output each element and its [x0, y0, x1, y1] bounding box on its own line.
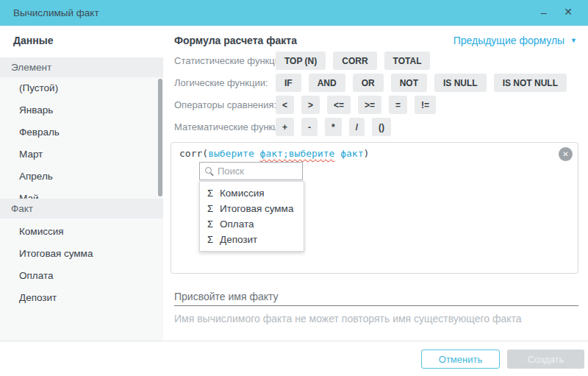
- op-button-gte[interactable]: >=: [358, 96, 381, 114]
- fn-button-topn[interactable]: TOP (N): [276, 52, 326, 70]
- list-item[interactable]: Апрель: [0, 166, 163, 188]
- dropdown-item[interactable]: Σ Итоговая сумма: [200, 201, 304, 216]
- search-input[interactable]: [218, 163, 300, 179]
- formula-prefix: corr(: [179, 148, 208, 159]
- list-item[interactable]: Февраль: [0, 121, 163, 143]
- section-header-fact: Факт: [0, 199, 163, 219]
- cancel-button[interactable]: Отменить: [421, 350, 500, 369]
- formula-suffix: ): [363, 148, 369, 159]
- formula-arg[interactable]: выберите: [208, 148, 259, 159]
- row-label: Операторы сравнения:: [174, 96, 276, 115]
- element-list: (Пустой) Январь Февраль Март Апрель Май: [0, 77, 163, 199]
- sigma-icon: Σ: [207, 234, 220, 245]
- fn-button-isnotnull[interactable]: IS NOT NULL: [494, 74, 567, 92]
- sidebar-scrollbar[interactable]: [158, 79, 162, 196]
- dropdown-item-label: Депозит: [220, 234, 257, 245]
- op-button-lte[interactable]: <=: [327, 96, 351, 114]
- list-item[interactable]: (Пустой): [0, 77, 163, 99]
- formula-editor[interactable]: corr(выберите факт;выберите факт) ✕ Σ Ко…: [171, 142, 578, 274]
- list-item[interactable]: Комиссия: [0, 221, 163, 243]
- sigma-icon: Σ: [207, 219, 220, 230]
- sigma-icon: Σ: [207, 188, 220, 199]
- dropdown-item[interactable]: Σ Комиссия: [200, 185, 304, 201]
- math-button-parens[interactable]: (): [372, 118, 391, 136]
- op-button-eq[interactable]: =: [389, 96, 407, 114]
- row-math-functions: Математические функции: + - * / (): [174, 118, 578, 137]
- previous-formulas-link[interactable]: Предыдущие формулы ▼: [453, 35, 577, 46]
- fn-button-or[interactable]: OR: [353, 74, 384, 92]
- list-item[interactable]: Март: [0, 143, 163, 166]
- formula-text[interactable]: corr(выберите факт;выберите факт): [179, 148, 369, 159]
- dialog-window: Вычислимый факт – ✕ Данные Элемент (Пуст…: [0, 0, 588, 376]
- list-item[interactable]: Оплата: [0, 265, 163, 287]
- fn-button-total[interactable]: TOTAL: [384, 52, 431, 70]
- fact-name-hint: Имя вычислимого факта не может повторять…: [174, 313, 522, 324]
- fact-name-input[interactable]: [174, 287, 578, 306]
- row-statistical-functions: Статистические функции: TOP (N) CORR TOT…: [174, 52, 578, 71]
- op-button-neq[interactable]: !=: [415, 96, 436, 114]
- list-item[interactable]: Январь: [0, 99, 163, 121]
- list-item[interactable]: Итоговая сумма: [0, 243, 163, 265]
- row-label: Логические функции:: [174, 74, 268, 93]
- list-item[interactable]: Май: [0, 188, 163, 199]
- fact-dropdown: Σ Комиссия Σ Итоговая сумма Σ Оплата Σ Д…: [199, 181, 304, 252]
- dropdown-item-label: Оплата: [220, 219, 254, 230]
- dropdown-item-label: Комиссия: [220, 188, 265, 199]
- close-icon[interactable]: ✕: [557, 0, 579, 26]
- row-logical-functions: Логические функции: IF AND OR NOT IS NUL…: [174, 74, 578, 93]
- fact-search-box[interactable]: [199, 162, 303, 180]
- clear-formula-icon[interactable]: ✕: [559, 147, 573, 161]
- dropdown-item[interactable]: Σ Депозит: [200, 232, 304, 247]
- formula-arg[interactable]: факт: [334, 148, 363, 159]
- sigma-icon: Σ: [207, 203, 220, 214]
- chevron-down-icon: ▼: [570, 37, 577, 44]
- math-button-minus[interactable]: -: [301, 118, 318, 136]
- fn-button-not[interactable]: NOT: [391, 74, 427, 92]
- search-icon: [205, 167, 212, 174]
- fn-button-isnull[interactable]: IS NULL: [434, 74, 487, 92]
- row-label: Статистические функции:: [174, 52, 288, 71]
- fn-button-corr[interactable]: CORR: [333, 52, 376, 70]
- math-button-plus[interactable]: +: [276, 118, 294, 136]
- dropdown-item[interactable]: Σ Оплата: [200, 216, 304, 232]
- section-header-element: Элемент: [0, 57, 163, 77]
- math-button-div[interactable]: /: [349, 118, 365, 136]
- row-comparison-operators: Операторы сравнения: < > <= >= = !=: [174, 96, 578, 115]
- previous-formulas-label: Предыдущие формулы: [453, 35, 565, 46]
- titlebar: Вычислимый факт – ✕: [0, 0, 588, 26]
- math-button-mult[interactable]: *: [325, 118, 342, 136]
- minimize-icon[interactable]: –: [533, 0, 555, 26]
- formula-arg-error[interactable]: факт;выберите: [260, 148, 335, 159]
- list-item[interactable]: Депозит: [0, 287, 163, 309]
- fn-button-and[interactable]: AND: [309, 74, 345, 92]
- page-title: Формула расчета факта: [174, 35, 297, 46]
- window-title: Вычислимый факт: [13, 0, 99, 26]
- create-button[interactable]: Создать: [507, 350, 584, 369]
- op-button-lt[interactable]: <: [276, 96, 294, 114]
- row-label: Математические функции:: [174, 118, 292, 137]
- op-button-gt[interactable]: >: [301, 96, 320, 114]
- footer-divider: [0, 341, 588, 341]
- fn-button-if[interactable]: IF: [276, 74, 301, 92]
- dropdown-item-label: Итоговая сумма: [220, 203, 293, 214]
- fact-list: Комиссия Итоговая сумма Оплата Депозит: [0, 221, 163, 341]
- sidebar-title: Данные: [13, 35, 53, 46]
